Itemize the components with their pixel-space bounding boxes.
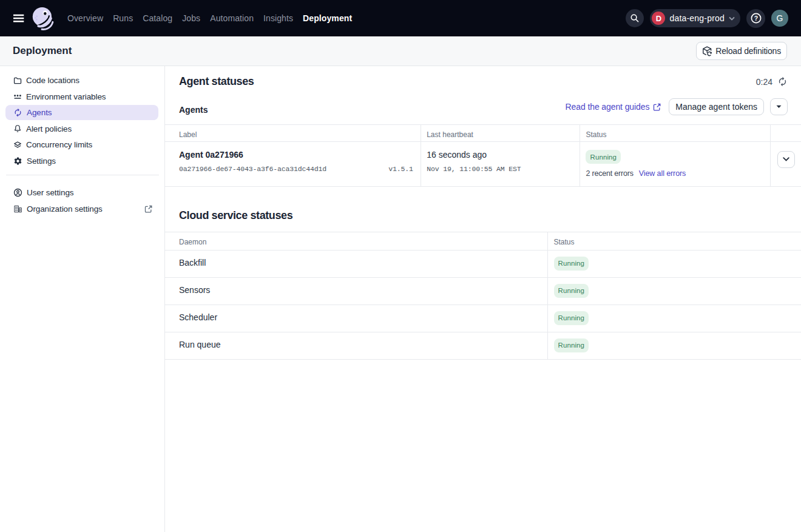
svg-text:?: ? — [754, 15, 757, 22]
